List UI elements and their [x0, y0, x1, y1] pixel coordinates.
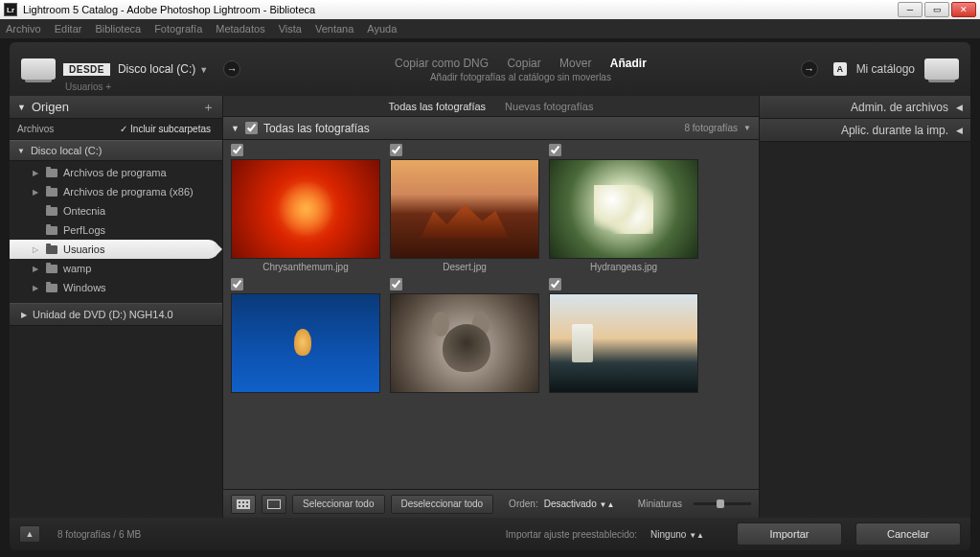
folder-icon — [46, 284, 57, 292]
status-text: 8 fotografías / 6 MB — [57, 529, 141, 540]
thumb-checkbox[interactable] — [231, 278, 243, 290]
source-subpath[interactable]: Usuarios + — [65, 81, 111, 92]
tree-item[interactable]: PerfLogs — [10, 220, 222, 240]
import-button[interactable]: Importar — [737, 522, 842, 545]
op-add[interactable]: Añadir — [610, 57, 647, 70]
window-titlebar: Lr Lightroom 5 Catalog - Adobe Photoshop… — [0, 0, 980, 19]
thumbnail-grid: Chrysanthemum.jpg Desert.jpg Hydrangeas.… — [223, 140, 759, 489]
select-all-button[interactable]: Seleccionar todo — [292, 495, 385, 514]
tree-item-selected[interactable]: ▷Usuarios — [10, 240, 218, 259]
thumb-checkbox[interactable] — [549, 144, 561, 156]
close-button[interactable]: ✕ — [951, 2, 976, 17]
thumb-checkbox[interactable] — [231, 144, 243, 156]
tree-item[interactable]: Ontecnia — [10, 201, 222, 220]
volume-label: Disco local (C:) — [31, 145, 103, 156]
menu-metadatos[interactable]: Metadatos — [216, 23, 264, 35]
order-label: Orden: — [509, 499, 538, 509]
tree-item[interactable]: ▶Windows — [10, 278, 222, 297]
folder-icon — [46, 265, 57, 273]
thumbnail-image[interactable] — [390, 293, 539, 393]
menu-fotografia[interactable]: Fotografía — [154, 23, 202, 35]
file-handling-panel[interactable]: Admin. de archivos◀ — [760, 96, 970, 119]
thumb-caption: Desert.jpg — [390, 259, 539, 274]
thumb-checkbox[interactable] — [390, 278, 402, 290]
source-drive[interactable]: Disco local (C:)▼ — [118, 62, 208, 76]
folder-icon — [46, 169, 57, 177]
section-menu-button[interactable]: ▼ — [743, 124, 751, 132]
thumbnail-cell[interactable]: Hydrangeas.jpg — [549, 144, 698, 274]
left-sidebar: ▼ Origen ＋ Archivos ✓ Incluir subcarpeta… — [10, 96, 222, 518]
volume-header[interactable]: ▼ Disco local (C:) — [10, 140, 222, 161]
origin-panel-header[interactable]: ▼ Origen ＋ — [10, 96, 222, 119]
cancel-button[interactable]: Cancelar — [855, 522, 961, 545]
thumb-checkbox[interactable] — [390, 144, 402, 156]
tree-item[interactable]: ▶wamp — [10, 259, 222, 278]
destination-block[interactable]: A Mi catálogo — [833, 58, 959, 80]
disclosure-triangle-icon: ▼ — [231, 124, 239, 133]
app-icon: Lr — [4, 3, 17, 16]
from-badge: DESDE — [63, 63, 110, 76]
menu-biblioteca[interactable]: Biblioteca — [95, 23, 141, 35]
files-row: Archivos ✓ Incluir subcarpetas — [10, 119, 222, 140]
thumb-checkbox[interactable] — [549, 278, 561, 290]
maximize-button[interactable]: ▭ — [924, 2, 949, 17]
thumbnail-cell[interactable] — [231, 278, 380, 393]
expand-button[interactable]: ▲ — [19, 525, 40, 543]
thumbnail-image[interactable] — [390, 159, 539, 259]
grid-icon — [237, 499, 250, 509]
thumbnail-image[interactable] — [231, 159, 380, 259]
thumbnail-image[interactable] — [231, 293, 380, 393]
hdd-icon — [924, 58, 959, 80]
grid-view-button[interactable] — [231, 495, 256, 514]
thumbnail-cell[interactable]: Desert.jpg — [390, 144, 539, 274]
include-subfolders-checkbox[interactable]: ✓ Incluir subcarpetas — [120, 124, 211, 134]
tree-item[interactable]: ▶Archivos de programa (x86) — [10, 182, 222, 201]
import-preset-label: Importar ajuste preestablecido: — [506, 529, 637, 540]
folder-icon — [46, 207, 57, 216]
tab-all-photos[interactable]: Todas las fotografías — [389, 101, 487, 112]
source-arrow-button[interactable]: → — [223, 60, 240, 78]
op-copy[interactable]: Copiar — [507, 57, 540, 70]
folder-icon — [46, 188, 57, 197]
source-block[interactable]: DESDE Disco local (C:)▼ — [21, 58, 208, 80]
op-copy-dng[interactable]: Copiar como DNG — [395, 57, 489, 70]
thumbnails-label: Miniaturas — [638, 499, 682, 509]
folder-icon — [46, 226, 57, 235]
to-badge: A — [833, 62, 847, 76]
minimize-button[interactable]: ─ — [898, 2, 923, 17]
photo-filter-tabs: Todas las fotografías Nuevas fotografías — [223, 96, 759, 117]
loupe-view-button[interactable] — [262, 495, 286, 514]
menu-ayuda[interactable]: Ayuda — [367, 23, 397, 35]
import-preset-dropdown[interactable]: Ninguno ▼▲ — [650, 529, 704, 540]
menu-ventana[interactable]: Ventana — [315, 23, 353, 35]
menu-vista[interactable]: Vista — [279, 23, 302, 35]
thumbnail-cell[interactable]: Chrysanthemum.jpg — [231, 144, 380, 274]
tree-item[interactable]: ▶Archivos de programa — [10, 163, 222, 182]
thumb-caption: Hydrangeas.jpg — [549, 259, 698, 274]
window-title: Lightroom 5 Catalog - Adobe Photoshop Li… — [23, 4, 898, 15]
thumbnail-cell[interactable] — [549, 278, 698, 393]
section-checkbox[interactable] — [245, 122, 258, 134]
tab-new-photos[interactable]: Nuevas fotografías — [505, 101, 593, 112]
section-header[interactable]: ▼ Todas las fotografías 8 fotografías ▼ — [223, 117, 759, 140]
deselect-all-button[interactable]: Deseleccionar todo — [391, 495, 494, 514]
disclosure-triangle-icon: ▼ — [17, 103, 26, 112]
origin-title: Origen — [32, 100, 69, 114]
thumbnail-cell[interactable] — [390, 278, 539, 393]
order-dropdown[interactable]: Desactivado ▼▲ — [544, 499, 615, 509]
thumbnail-size-slider[interactable] — [694, 502, 751, 505]
dest-arrow-button[interactable]: → — [801, 60, 818, 78]
menu-archivo[interactable]: Archivo — [6, 23, 41, 35]
thumbnail-image[interactable] — [549, 293, 698, 393]
apply-during-import-panel[interactable]: Aplic. durante la imp.◀ — [760, 119, 970, 142]
op-move[interactable]: Mover — [559, 57, 591, 70]
single-icon — [267, 499, 281, 509]
menu-bar: Archivo Editar Biblioteca Fotografía Met… — [0, 19, 980, 38]
dvd-volume[interactable]: ▶ Unidad de DVD (D:) NGH14.0 — [10, 303, 222, 326]
menu-editar[interactable]: Editar — [55, 23, 82, 35]
right-sidebar: Admin. de archivos◀ Aplic. durante la im… — [760, 96, 970, 518]
files-label: Archivos — [17, 124, 54, 134]
center-panel: Todas las fotografías Nuevas fotografías… — [222, 96, 760, 518]
add-source-button[interactable]: ＋ — [202, 99, 215, 116]
thumbnail-image[interactable] — [549, 159, 698, 259]
